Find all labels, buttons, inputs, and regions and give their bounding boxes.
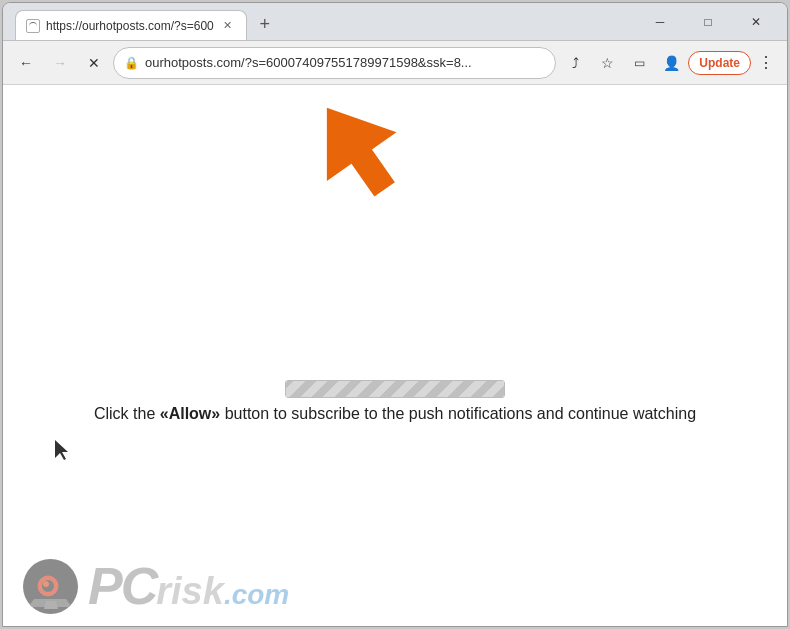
page-message: Click the «Allow» button to subscribe to… [94, 405, 696, 423]
sidebar-icon: ▭ [634, 56, 645, 70]
update-button[interactable]: Update [688, 51, 751, 75]
back-button[interactable]: ← [11, 48, 41, 78]
pcrisk-com-text: .com [224, 579, 289, 611]
mouse-cursor-icon [55, 440, 71, 460]
pcrisk-risk-text: risk [156, 570, 224, 613]
profile-icon: 👤 [663, 55, 680, 71]
watermark-area: PC risk .com [3, 546, 787, 626]
nav-actions: ⤴ ☆ ▭ 👤 Update ⋮ [560, 48, 779, 78]
reload-button[interactable]: ✕ [79, 48, 109, 78]
title-bar: https://ourhotposts.com/?s=600 ✕ + ─ □ ✕ [3, 3, 787, 41]
browser-window: https://ourhotposts.com/?s=600 ✕ + ─ □ ✕… [2, 2, 788, 627]
window-controls: ─ □ ✕ [637, 11, 779, 33]
bookmark-button[interactable]: ☆ [592, 48, 622, 78]
navigation-bar: ← → ✕ 🔒 ourhotposts.com/?s=6000740975517… [3, 41, 787, 85]
page-content: Click the «Allow» button to subscribe to… [3, 85, 787, 626]
share-button[interactable]: ⤴ [560, 48, 590, 78]
new-tab-button[interactable]: + [251, 10, 279, 38]
cursor-indicator [55, 440, 71, 463]
tab-close-button[interactable]: ✕ [220, 18, 236, 34]
sidebar-button[interactable]: ▭ [624, 48, 654, 78]
svg-marker-1 [55, 440, 68, 460]
progress-bar [286, 381, 504, 397]
pcrisk-text-area: PC risk .com [88, 556, 289, 616]
message-before: Click the [94, 405, 160, 422]
progress-bar-container [285, 380, 505, 398]
svg-marker-0 [313, 97, 403, 197]
pcrisk-logo: PC risk .com [23, 556, 289, 616]
close-button[interactable]: ✕ [733, 11, 779, 33]
message-after: button to subscribe to the push notifica… [220, 405, 696, 422]
orange-arrow-indicator [313, 97, 403, 197]
profile-button[interactable]: 👤 [656, 48, 686, 78]
allow-text: «Allow» [160, 405, 220, 422]
minimize-button[interactable]: ─ [637, 11, 683, 33]
pcrisk-icon-svg [26, 561, 76, 611]
tab-title: https://ourhotposts.com/?s=600 [46, 19, 214, 33]
pcrisk-pc-text: PC [88, 556, 156, 616]
progress-area [285, 380, 505, 398]
svg-point-5 [43, 581, 49, 587]
address-bar[interactable]: 🔒 ourhotposts.com/?s=6000740975517899715… [113, 47, 556, 79]
tab-favicon [26, 19, 40, 33]
share-icon: ⤴ [572, 55, 579, 71]
bookmark-icon: ☆ [601, 55, 614, 71]
more-options-button[interactable]: ⋮ [753, 50, 779, 76]
maximize-button[interactable]: □ [685, 11, 731, 33]
lock-icon: 🔒 [124, 56, 139, 70]
tab-bar: https://ourhotposts.com/?s=600 ✕ + [11, 2, 279, 40]
forward-button[interactable]: → [45, 48, 75, 78]
pcrisk-icon [23, 559, 78, 614]
active-tab[interactable]: https://ourhotposts.com/?s=600 ✕ [15, 10, 247, 40]
address-text: ourhotposts.com/?s=600074097551789971598… [145, 55, 545, 70]
